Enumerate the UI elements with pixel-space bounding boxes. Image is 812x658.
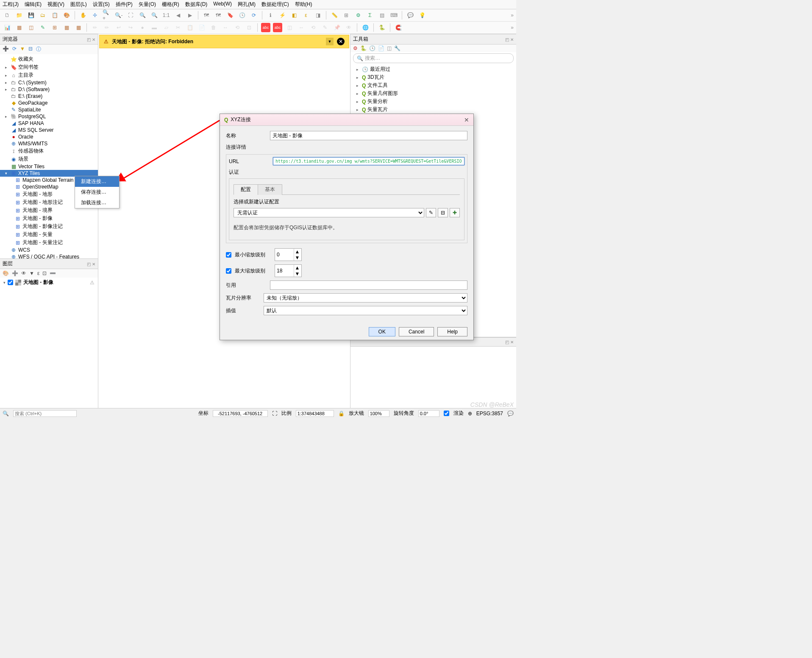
tree-item[interactable]: ⊕WCS	[0, 247, 98, 253]
max-zoom-checkbox[interactable]	[226, 268, 231, 274]
deselect-icon[interactable]: ◨	[313, 11, 323, 20]
tree-item[interactable]: ⊕WMS/WMTS	[0, 140, 98, 147]
menu-item[interactable]: 视图(V)	[47, 1, 64, 8]
add-layer-icon[interactable]: ➕	[3, 46, 9, 53]
messages-icon[interactable]: 💬	[507, 411, 514, 416]
lock-icon[interactable]: 🔒	[338, 411, 345, 416]
edit-icon[interactable]: ✏	[90, 23, 100, 32]
scale-input[interactable]	[296, 410, 334, 417]
action-icon[interactable]: ⚡	[278, 11, 287, 20]
dialog-titlebar[interactable]: Q XYZ连接 ✕	[220, 114, 473, 126]
tree-item[interactable]: ⊞天地图 - 影像注记	[0, 222, 98, 230]
tree-item[interactable]: ✎SpatiaLite	[0, 106, 98, 113]
visibility-icon[interactable]: 👁	[21, 270, 26, 276]
style-icon[interactable]: 🎨	[62, 11, 71, 20]
dock-icon[interactable]: ◰	[87, 262, 91, 267]
tree-item[interactable]: ▸🗀D:\ (Software)	[0, 86, 98, 93]
auth-select[interactable]: 无需认证	[234, 208, 424, 217]
tree-item[interactable]: ⭐收藏夹	[0, 55, 98, 63]
quick-search-input[interactable]	[13, 410, 77, 417]
render-checkbox[interactable]	[444, 411, 449, 416]
keyboard-icon[interactable]: ⌨	[389, 11, 398, 20]
tree-item[interactable]: ▸🗀C:\ (System)	[0, 79, 98, 86]
expand-icon[interactable]: ⊡	[42, 270, 47, 276]
table-icon[interactable]: ▤	[377, 11, 387, 20]
tab-basic[interactable]: 基本	[258, 184, 282, 195]
pan-sel-icon[interactable]: ✢	[90, 11, 100, 20]
tree-item[interactable]: ◆GeoPackage	[0, 100, 98, 106]
refresh-browser-icon[interactable]: ⟳	[12, 46, 17, 53]
epsg-label[interactable]: EPSG:3857	[476, 411, 503, 416]
edit-auth-icon[interactable]: ✎	[426, 208, 436, 217]
history-icon[interactable]: 🕓	[369, 45, 375, 51]
virtual-icon[interactable]: ⊞	[50, 23, 59, 32]
save-icon[interactable]: 💾	[26, 11, 36, 20]
temporal-icon[interactable]: 🕓	[237, 11, 247, 20]
tree-item[interactable]: ⟟传感器物体	[0, 147, 98, 155]
zoom-full-icon[interactable]: ⛶	[126, 11, 135, 20]
url-input[interactable]	[273, 157, 464, 165]
crs-icon[interactable]: ⊕	[468, 411, 472, 416]
xyz-icon[interactable]: ▦	[74, 23, 83, 32]
extent-icon[interactable]: ⛶	[272, 411, 277, 416]
toolbox-item[interactable]: ▸Q文件工具	[353, 81, 514, 89]
layer-visibility-checkbox[interactable]	[8, 280, 13, 285]
toolbox-item[interactable]: ▸Q矢量瓦片	[353, 106, 514, 114]
bookmark-icon[interactable]: 🔖	[225, 11, 235, 20]
filter-icon[interactable]: ▼	[20, 46, 25, 53]
python-icon[interactable]: 🐍	[377, 23, 387, 32]
globe-icon[interactable]: 🌐	[361, 23, 370, 32]
close-panel-icon[interactable]: ✕	[510, 37, 514, 42]
tree-item[interactable]: ⊞天地图 - 影像	[0, 214, 98, 222]
expr-icon[interactable]: ε	[37, 270, 39, 276]
wrench-icon[interactable]: 🔧	[394, 45, 400, 51]
dock-icon[interactable]: ◰	[505, 37, 509, 42]
style-icon[interactable]: 🎨	[3, 270, 9, 276]
magnet-icon[interactable]: 🧲	[394, 23, 403, 32]
remove-auth-icon[interactable]: ⊟	[438, 208, 448, 217]
stats-icon[interactable]: Σ	[365, 11, 375, 20]
zoomin-icon[interactable]: 🔍+	[102, 11, 111, 20]
toolbox-item[interactable]: ▸Q3D瓦片	[353, 73, 514, 81]
toolbox-item[interactable]: ▸Q矢量分析	[353, 97, 514, 106]
saveas-icon[interactable]: 🗂	[38, 11, 47, 20]
close-panel-icon[interactable]: ✕	[92, 262, 95, 267]
tips-icon[interactable]: 💡	[417, 11, 427, 20]
add-auth-icon[interactable]: ✚	[450, 208, 460, 217]
proc-gear-icon[interactable]: ⚙	[353, 45, 358, 51]
zoom-native-icon[interactable]: 1:1	[161, 11, 171, 20]
tree-item[interactable]: 🗀E:\ (Erase)	[0, 93, 98, 100]
menu-item[interactable]: 工程(J)	[3, 1, 19, 8]
tree-item[interactable]: ▸🐘PostgreSQL	[0, 113, 98, 120]
tree-item[interactable]: ◢MS SQL Server	[0, 127, 98, 133]
tree-item[interactable]: ⊞天地图 - 矢量注记	[0, 239, 98, 247]
select-expr-icon[interactable]: ε	[301, 11, 311, 20]
close-warning-icon[interactable]: ✕	[337, 38, 345, 45]
zoom-sel-icon[interactable]: 🔍	[138, 11, 147, 20]
menu-item[interactable]: 栅格(R)	[162, 1, 179, 8]
toolbox-search[interactable]: 🔍 搜索…	[353, 53, 514, 63]
min-zoom-input[interactable]	[275, 249, 294, 261]
pan-icon[interactable]: ✋	[78, 11, 88, 20]
raster-icon[interactable]: ▦	[14, 23, 24, 32]
interp-select[interactable]: 默认	[264, 306, 467, 315]
close-panel-icon[interactable]: ✕	[92, 37, 95, 42]
zoomout-icon[interactable]: 🔍-	[114, 11, 123, 20]
menu-item[interactable]: 帮助(H)	[295, 1, 312, 8]
tree-item[interactable]: ▸🔖空间书签	[0, 63, 98, 71]
layout-icon[interactable]: 📋	[50, 11, 59, 20]
mag-input[interactable]	[368, 410, 389, 417]
python-script-icon[interactable]: 🐍	[360, 45, 367, 51]
refresh-icon[interactable]: ⟳	[249, 11, 259, 20]
context-menu[interactable]: 新建连接…保存连接…加载连接…	[75, 176, 120, 208]
tree-item[interactable]: ⊕WFS / OGC API - Features	[0, 253, 98, 258]
context-item[interactable]: 加载连接…	[75, 197, 119, 208]
min-zoom-checkbox[interactable]	[226, 252, 231, 258]
close-dialog-icon[interactable]: ✕	[464, 117, 469, 123]
delim-icon[interactable]: ✎	[38, 23, 47, 32]
context-item[interactable]: 保存连接…	[75, 187, 119, 197]
wms-icon[interactable]: ▦	[62, 23, 71, 32]
tile-res-select[interactable]: 未知（无缩放）	[264, 293, 467, 303]
tab-config[interactable]: 配置	[234, 184, 258, 195]
menu-item[interactable]: 设置(S)	[93, 1, 110, 8]
